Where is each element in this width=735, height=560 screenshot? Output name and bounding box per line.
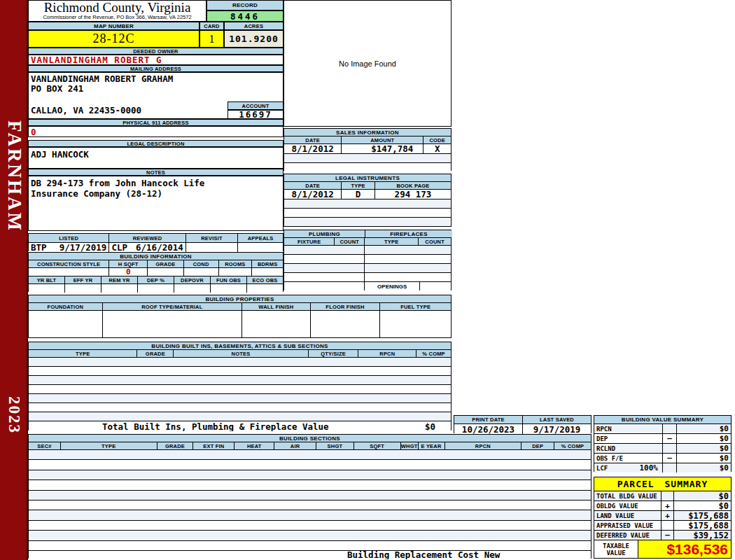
h-sqft-value: 0 [108, 268, 147, 276]
built-ins-total-value: $0 [425, 421, 435, 431]
appeals-header: APPEALS [237, 234, 283, 242]
ps-deferred-label: DEFERRED VALUE [594, 531, 661, 540]
bvs-lcf-op [662, 463, 676, 472]
building-value-summary-title: BUILDING VALUE SUMMARY [594, 416, 731, 424]
ps-obldg-label: OBLDG VALUE [594, 501, 661, 510]
instrument-type-header: TYPE [341, 182, 374, 189]
grade-header: GRADE [147, 260, 183, 267]
ps-land-label: LAND VALUE [594, 511, 661, 520]
roof-value [102, 311, 241, 337]
taxable-value: $136,536 [638, 540, 731, 558]
bvs-rclnd-value: $0 [676, 444, 731, 453]
building-sections-empty-row [29, 530, 591, 540]
building-properties-title: BUILDING PROPERTIES [29, 295, 451, 302]
ps-deferred-op: – [661, 531, 673, 540]
card-value: 1 [200, 30, 224, 48]
dep-pct-value [137, 284, 174, 293]
floor-finish-value [310, 311, 380, 337]
rem-yr-header: REM YR [101, 276, 137, 284]
instrument-type: D [341, 190, 374, 199]
listed-value: BTP 9/17/2019 [29, 243, 108, 252]
rem-yr-value [101, 284, 137, 293]
mailing-street: PO BOX 241 [31, 84, 281, 94]
sales-date-header: DATE [284, 136, 341, 144]
sales-code-header: CODE [423, 136, 451, 144]
bs-rpcn-header: RPCN [444, 442, 522, 449]
building-information-title: BUILDING INFORMATION [29, 253, 283, 260]
notes-header: NOTES [28, 169, 284, 176]
ps-land-op: + [661, 511, 673, 520]
sales-empty-row [284, 153, 451, 162]
building-information-table: BUILDING INFORMATION CONSTRUCTION STYLE … [28, 252, 284, 292]
ps-appraised-op [661, 521, 673, 530]
account-value: 16697 [227, 110, 284, 119]
built-ins-empty-row [29, 375, 451, 384]
plumbing-empty-row [284, 272, 451, 281]
bvs-obs-value: $0 [676, 454, 731, 463]
sales-amount-header: AMOUNT [341, 136, 423, 144]
building-sections-empty-row [29, 510, 591, 519]
built-ins-empty-row [29, 402, 451, 412]
map-number-value: 28-12C [28, 30, 200, 48]
rooms-header: ROOMS [218, 260, 252, 267]
physical-address-value: 0 [28, 126, 284, 137]
building-properties-table: BUILDING PROPERTIES FOUNDATION ROOF TYPE… [28, 295, 451, 338]
cond-header: COND [183, 260, 218, 267]
plumbing-fixture-header: FIXTURE [284, 238, 334, 245]
physical-address-header: PHYSICAL 911 ADDRESS [28, 119, 284, 126]
built-ins-grade-header: GRADE [136, 350, 173, 357]
fun-obs-header: FUN OBS [210, 276, 246, 284]
depovr-header: DEPOVR [174, 276, 210, 284]
ps-land-value: $175,688 [673, 511, 731, 520]
construction-style-header: CONSTRUCTION STYLE [29, 260, 108, 267]
parcel-summary-title: PARCEL SUMMARY [594, 477, 731, 491]
building-sections-table: BUILDING SECTIONS SEC# TYPE GRADE EXT FI… [28, 434, 592, 559]
built-ins-comp-header: % COMP [416, 350, 451, 357]
instruments-empty-row [284, 199, 451, 208]
plumbing-empty-row [284, 245, 451, 254]
ps-appraised-value: $175,688 [673, 521, 731, 530]
building-sections-empty-row [29, 500, 591, 510]
fireplaces-title: FIREPLACES [365, 230, 452, 237]
depovr-value [174, 284, 210, 293]
county-title: Richmond County, Virginia [29, 1, 206, 15]
plumbing-title: PLUMBING [284, 230, 365, 237]
instrument-date-header: DATE [284, 182, 341, 189]
openings-value [419, 282, 451, 290]
mailing-name: VANLANDINGHAM ROBERT GRAHAM [31, 74, 281, 84]
record-value: 8446 [206, 10, 284, 22]
bs-extfin-header: EXT FIN [192, 442, 234, 449]
bs-heat-header: HEAT [234, 442, 274, 449]
dep-pct-header: DEP % [137, 276, 174, 284]
instruments-empty-row [284, 208, 451, 217]
print-saved-table: PRINT DATE LAST SAVED 10/26/2023 9/17/20… [454, 415, 592, 433]
instrument-bookpage-header: BOOK PAGE [374, 182, 451, 189]
sidebar-year-label: 2023 [5, 396, 23, 434]
fuel-type-header: FUEL TYPE [379, 303, 451, 310]
built-ins-empty-row [29, 357, 451, 366]
building-value-summary: BUILDING VALUE SUMMARY RPCN $0 DEP – $0 … [594, 415, 732, 472]
sale-date: 8/1/2012 [284, 144, 341, 153]
bdrms-header: BDRMS [251, 260, 283, 267]
sales-information-table: SALES INFORMATION DATE AMOUNT CODE 8/1/2… [284, 128, 451, 171]
bs-grade-header: GRADE [157, 442, 193, 449]
print-date-value: 10/26/2023 [454, 424, 522, 434]
legal-instruments-table: LEGAL INSTRUMENTS DATE TYPE BOOK PAGE 8/… [284, 174, 451, 227]
eff-yr-value [64, 284, 101, 293]
foundation-header: FOUNDATION [29, 303, 102, 310]
acres-value: 101.9200 [224, 30, 284, 48]
bdrms-value [251, 268, 283, 276]
building-sections-empty-row [29, 540, 591, 550]
eco-obs-value [246, 284, 283, 293]
built-ins-table: BUILDING BUILT INS, BASEMENTS, ATTICS & … [28, 342, 451, 430]
instrument-bookpage: 294 173 [374, 190, 451, 199]
bs-dep-header: DEP [521, 442, 554, 449]
revisit-header: REVISIT [186, 234, 238, 242]
bvs-dep-label: DEP [594, 434, 662, 443]
photo-panel: No Image Found [284, 0, 451, 127]
deeded-owner-header: DEEDED OWNER [28, 48, 284, 55]
bs-type-header: TYPE [60, 442, 157, 449]
building-sections-empty-row [29, 490, 591, 500]
built-ins-qty-header: QTY/SIZE [308, 350, 358, 357]
taxable-value-label: TAXABLE VALUE [594, 540, 638, 558]
